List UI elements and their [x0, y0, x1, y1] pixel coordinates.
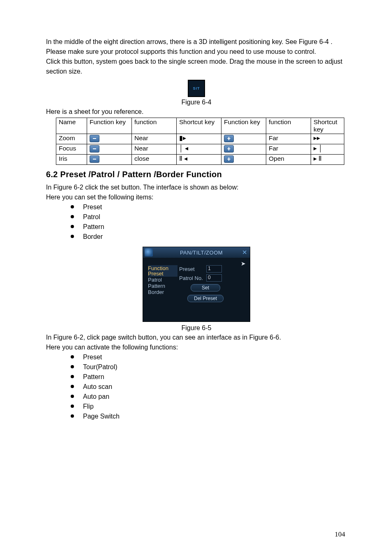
- cell-name: Zoom: [56, 134, 87, 144]
- close-icon[interactable]: ✕: [242, 249, 247, 256]
- ptz-function-item[interactable]: Pattern: [148, 283, 178, 289]
- cell-name: Focus: [56, 144, 87, 155]
- settable-items-list: Preset Patrol Pattern Border: [71, 202, 347, 242]
- table-row: Zoom Near ▮▸ Far ▸▸: [56, 134, 344, 144]
- figure-caption-6-5: Figure 6-5: [46, 324, 347, 332]
- cell-sk: ▮▸: [177, 134, 221, 144]
- cell-fn: Near: [132, 144, 177, 155]
- del-preset-button[interactable]: Del Preset: [187, 295, 224, 302]
- list-item: Preset: [71, 202, 347, 212]
- patrol-no-label: Patrol No.: [179, 275, 206, 281]
- th-function-key-2: Function key: [221, 118, 266, 134]
- cell-key: [87, 155, 132, 165]
- list-item: Flip: [71, 402, 347, 412]
- th-function-key: Function key: [87, 118, 132, 134]
- activatable-functions-list: Preset Tour(Patrol) Pattern Auto scan Au…: [71, 352, 347, 421]
- section-heading-6-2: 6.2 Preset /Patrol / Pattern /Border Fun…: [46, 170, 347, 179]
- patrol-no-input[interactable]: 0: [206, 274, 222, 282]
- list-item: Border: [71, 232, 347, 242]
- ptz-icon: [145, 248, 153, 257]
- table-row: Iris close Ⅱ ◂ Open ▸ Ⅱ: [56, 155, 344, 165]
- plus-icon: [224, 135, 234, 142]
- cell-fn: Near: [132, 134, 177, 144]
- ptz-function-item[interactable]: Patrol: [148, 277, 178, 283]
- paragraph: Here you can activate the following func…: [46, 342, 347, 352]
- cell-sk: Ⅱ ◂: [177, 155, 221, 165]
- reference-sheet-table: Name Function key function Shortcut key …: [56, 118, 344, 165]
- set-button[interactable]: Set: [191, 284, 220, 291]
- sheet-intro: Here is a sheet for you reference.: [46, 107, 347, 117]
- list-item: Preset: [71, 352, 347, 362]
- figure-caption-6-4: Figure 6-4: [46, 99, 347, 106]
- sit-label: SIT: [193, 86, 200, 90]
- paragraph: In Figure 6-2 click the set button. The …: [46, 183, 347, 192]
- ptz-dialog: PAN/TILT/ZOOM ✕ ➤ Function Preset Patrol…: [143, 247, 250, 322]
- cursor-icon: ➤: [241, 260, 246, 267]
- cell-key: [221, 134, 266, 144]
- preset-label: Preset: [179, 266, 206, 272]
- th-function: function: [132, 118, 177, 134]
- cell-fn: close: [132, 155, 177, 165]
- paragraph: Click this button, system goes back to t…: [46, 57, 347, 76]
- plus-icon: [224, 145, 234, 153]
- ptz-function-item[interactable]: Border: [148, 289, 178, 295]
- list-item: Pattern: [71, 222, 347, 232]
- list-item: Tour(Patrol): [71, 362, 347, 372]
- th-function-2: function: [266, 118, 311, 134]
- ptz-function-item-selected[interactable]: Preset: [148, 271, 178, 277]
- cell-key: [87, 134, 132, 144]
- list-item: Auto pan: [71, 392, 347, 402]
- table-row: Focus Near │ ◂ Far ▸ │: [56, 144, 344, 155]
- minus-icon: [90, 155, 99, 163]
- cell-name: Iris: [56, 155, 87, 165]
- cell-fn: Far: [266, 144, 311, 155]
- list-item: Auto scan: [71, 382, 347, 392]
- cell-sk: │ ◂: [177, 144, 221, 155]
- th-shortcut-key: Shortcut key: [177, 118, 221, 134]
- paragraph: Here you can set the following items:: [46, 192, 347, 202]
- ptz-dialog-titlebar: PAN/TILT/ZOOM ✕: [143, 247, 250, 258]
- plus-icon: [224, 155, 234, 163]
- cell-sk: ▸ │: [311, 144, 344, 155]
- table-header-row: Name Function key function Shortcut key …: [56, 118, 344, 134]
- list-item: Page Switch: [71, 412, 347, 421]
- paragraph: In the middle of the eight direction arr…: [46, 37, 347, 57]
- list-item: Pattern: [71, 372, 347, 382]
- cell-key: [221, 144, 266, 155]
- cell-fn: Far: [266, 134, 311, 144]
- cell-key: [87, 144, 132, 155]
- sit-3d-key: SIT: [188, 80, 205, 97]
- cell-sk: ▸▸: [311, 134, 344, 144]
- cell-key: [221, 155, 266, 165]
- minus-icon: [90, 135, 99, 142]
- paragraph: In Figure 6-2, click page switch button,…: [46, 333, 347, 342]
- list-item: Patrol: [71, 212, 347, 222]
- page-number: 104: [335, 530, 346, 539]
- th-name: Name: [56, 118, 87, 134]
- th-shortcut-key-2: Shortcut key: [311, 118, 344, 134]
- preset-input[interactable]: 1: [206, 265, 222, 273]
- cell-fn: Open: [266, 155, 311, 165]
- cell-sk: ▸ Ⅱ: [311, 155, 344, 165]
- ptz-dialog-title: PAN/TILT/ZOOM: [153, 250, 250, 256]
- minus-icon: [90, 145, 99, 153]
